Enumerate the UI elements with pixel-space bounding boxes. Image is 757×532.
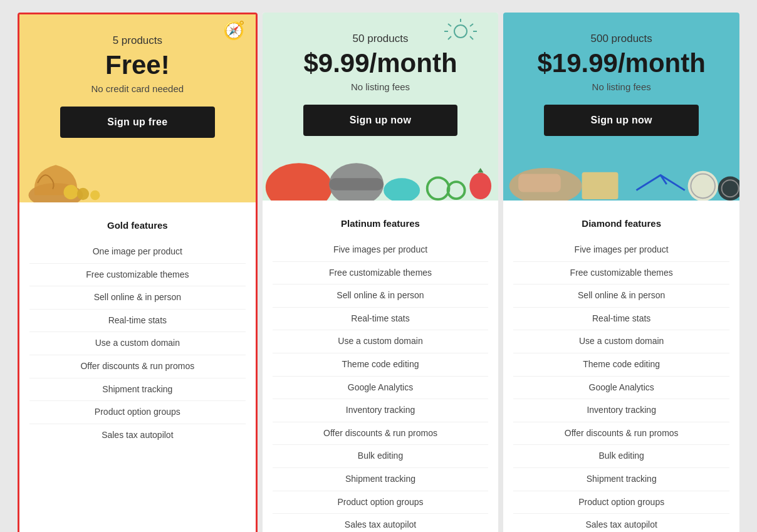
feature-item: Product option groups: [29, 401, 246, 424]
feature-item: Shipment tracking: [273, 468, 489, 491]
svg-point-2: [77, 188, 89, 200]
svg-point-24: [688, 171, 718, 201]
features-title-gold: Gold features: [29, 220, 246, 231]
svg-rect-14: [329, 178, 384, 190]
platinum-art: [263, 132, 499, 201]
plan-features-gold: Gold features One image per product Free…: [19, 202, 256, 532]
feature-item: Real-time stats: [29, 310, 246, 333]
plan-price-sub-platinum: No listing fees: [351, 81, 410, 92]
product-count-gold: 5 products: [113, 34, 162, 47]
feature-item: Use a custom domain: [273, 330, 489, 353]
svg-point-4: [454, 25, 467, 38]
feature-item: Sell online & in person: [513, 284, 729, 308]
feature-item: Inventory tracking: [273, 399, 489, 422]
plan-header-gold: 🧭 5 products Free! No credit card needed: [19, 14, 256, 202]
svg-line-8: [470, 36, 473, 39]
svg-line-11: [448, 36, 451, 39]
plan-price-platinum: $9.99/month: [303, 49, 457, 78]
feature-item: Use a custom domain: [29, 332, 246, 355]
signup-button-gold[interactable]: Sign up free: [60, 107, 215, 138]
feature-item: Offer discounts & run promos: [29, 355, 246, 378]
plan-card-platinum: 50 products $9.99/month No listing fees …: [263, 13, 499, 532]
feature-item: Use a custom domain: [513, 330, 729, 353]
product-count-diamond: 500 products: [591, 33, 652, 45]
feature-item: Free customizable themes: [513, 262, 729, 285]
svg-point-17: [447, 182, 464, 199]
svg-point-16: [427, 177, 449, 199]
plan-price-diamond: $19.99/month: [537, 49, 705, 78]
pricing-container: 🧭 5 products Free! No credit card needed: [15, 13, 742, 532]
product-count-platinum: 50 products: [353, 33, 409, 45]
feature-item: Five images per product: [513, 239, 729, 262]
plan-header-platinum: 50 products $9.99/month No listing fees …: [263, 13, 499, 201]
svg-line-6: [470, 24, 473, 26]
svg-rect-22: [582, 172, 619, 199]
feature-item: One image per product: [29, 241, 246, 264]
feature-item: Sell online & in person: [29, 286, 246, 310]
plan-price-gold: Free!: [105, 51, 170, 80]
feature-item: Free customizable themes: [29, 264, 246, 287]
diamond-art: [503, 132, 739, 201]
feature-item: Bulk editing: [513, 445, 729, 468]
gold-art: [19, 133, 256, 202]
features-title-diamond: Diamond features: [513, 218, 729, 229]
svg-point-1: [64, 185, 78, 199]
feature-item: Sales tax autopilot: [29, 424, 246, 447]
plan-card-gold: 🧭 5 products Free! No credit card needed: [18, 13, 258, 532]
feature-item: Real-time stats: [273, 308, 489, 331]
svg-line-9: [448, 24, 451, 26]
plan-features-diamond: Diamond features Five images per product…: [503, 201, 739, 532]
feature-item: Offer discounts & run promos: [273, 422, 489, 446]
features-title-platinum: Platinum features: [273, 218, 489, 229]
plan-price-sub-diamond: No listing fees: [592, 81, 651, 92]
svg-point-12: [266, 163, 332, 201]
signup-button-platinum[interactable]: Sign up now: [303, 105, 458, 136]
feature-item: Product option groups: [513, 491, 729, 514]
feature-item: Google Analytics: [513, 377, 729, 400]
svg-rect-21: [518, 174, 561, 192]
feature-item: Five images per product: [273, 239, 489, 262]
feature-item: Theme code editing: [513, 353, 729, 377]
feature-item: Google Analytics: [273, 377, 489, 400]
feature-item: Free customizable themes: [273, 262, 489, 285]
svg-point-15: [384, 178, 420, 201]
plan-price-sub-gold: No credit card needed: [91, 83, 184, 94]
feature-item: Product option groups: [273, 491, 489, 514]
feature-item: Offer discounts & run promos: [513, 422, 729, 446]
feature-item: Inventory tracking: [513, 399, 729, 422]
feature-item: Real-time stats: [513, 308, 729, 331]
feature-item: Sales tax autopilot: [513, 514, 729, 532]
signup-button-diamond[interactable]: Sign up now: [544, 105, 699, 136]
plan-card-diamond: 500 products $19.99/month No listing fee…: [503, 13, 739, 532]
feature-item: Sales tax autopilot: [273, 514, 489, 532]
plan-features-platinum: Platinum features Five images per produc…: [263, 201, 499, 532]
feature-item: Shipment tracking: [513, 468, 729, 491]
feature-item: Shipment tracking: [29, 378, 246, 402]
svg-marker-19: [478, 168, 484, 173]
feature-item: Bulk editing: [273, 445, 489, 468]
svg-point-18: [469, 173, 491, 199]
sun-decoration: [442, 19, 479, 56]
feature-item: Sell online & in person: [273, 284, 489, 308]
compass-icon: 🧭: [223, 22, 246, 44]
feature-item: Theme code editing: [273, 353, 489, 377]
svg-point-3: [90, 190, 100, 200]
plan-header-diamond: 500 products $19.99/month No listing fee…: [503, 13, 739, 201]
